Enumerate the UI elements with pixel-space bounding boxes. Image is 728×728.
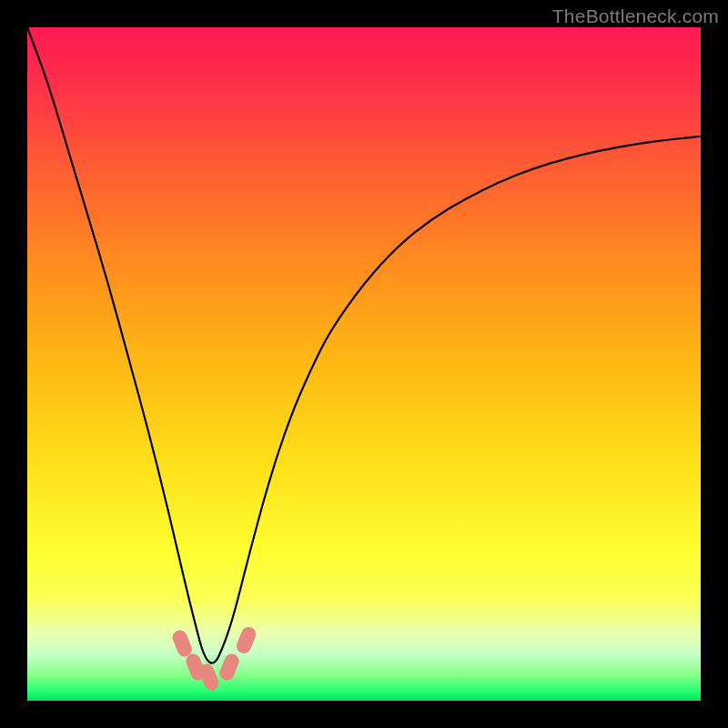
valley-marker (170, 628, 194, 659)
watermark-label: TheBottleneck.com (552, 5, 719, 27)
curve-path (27, 27, 701, 663)
valley-marker (217, 652, 241, 682)
curve-markers (170, 624, 258, 693)
plot-area (27, 27, 701, 701)
bottleneck-curve (27, 27, 701, 701)
valley-marker (234, 624, 258, 655)
outer-frame: TheBottleneck.com (0, 0, 728, 728)
